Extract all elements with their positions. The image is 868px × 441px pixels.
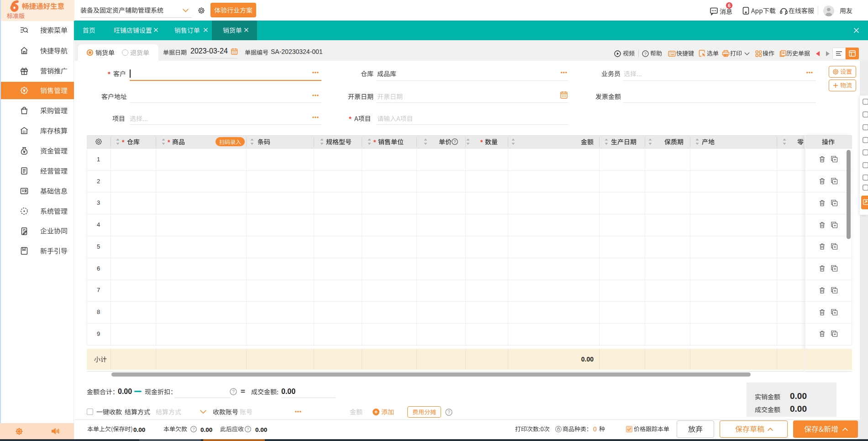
svg-text:?: ? bbox=[644, 52, 647, 56]
svg-text:?: ? bbox=[192, 427, 195, 431]
svg-text:?: ? bbox=[247, 427, 249, 431]
svg-text:?: ? bbox=[453, 139, 456, 144]
svg-text:?: ? bbox=[232, 389, 235, 394]
svg-text:?: ? bbox=[447, 410, 450, 415]
